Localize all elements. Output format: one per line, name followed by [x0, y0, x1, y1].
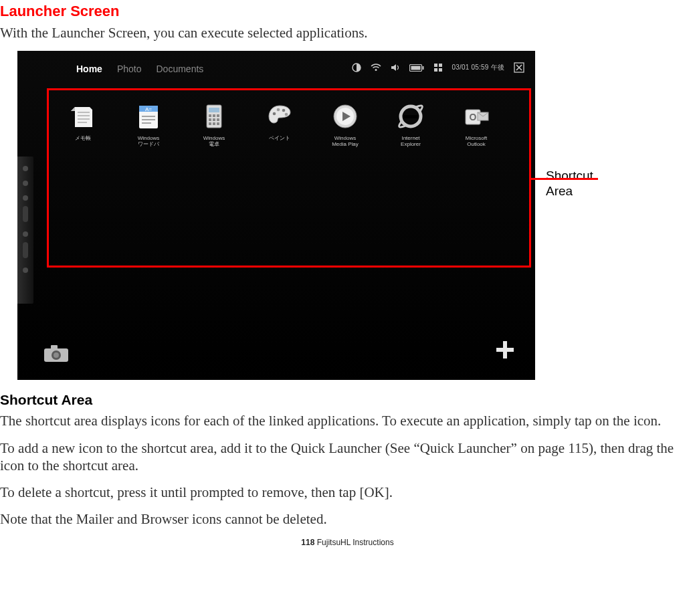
- footer: 118 FujitsuHL Instructions: [0, 538, 695, 547]
- paragraph-2: To add a new icon to the shortcut area, …: [0, 439, 695, 475]
- tab-documents[interactable]: Documents: [157, 64, 204, 74]
- intro-paragraph: With the Launcher Screen, you can execut…: [0, 24, 695, 41]
- internet-explorer-icon: [396, 102, 425, 131]
- footer-title: FujitsuHL Instructions: [314, 538, 393, 547]
- notepad-icon: [68, 102, 98, 131]
- shortcut-icon-row: メモ帳 A= Windows ワードパ Windows 電卓: [59, 102, 500, 147]
- volume-icon[interactable]: [391, 64, 400, 72]
- heading-launcher-screen: Launcher Screen: [0, 3, 695, 20]
- app-icon-internet-explorer[interactable]: Internet Explorer: [387, 102, 435, 147]
- app-label: ペイント: [256, 135, 304, 141]
- svg-rect-4: [422, 66, 423, 70]
- svg-rect-21: [209, 122, 211, 125]
- calculator-icon: [199, 102, 229, 131]
- svg-text:O: O: [470, 112, 477, 122]
- paragraph-1: The shortcut area displays icons for eac…: [0, 412, 695, 429]
- svg-point-1: [375, 69, 377, 71]
- launcher-screenshot: Home Photo Documents: [17, 51, 535, 380]
- svg-rect-16: [213, 114, 215, 117]
- svg-rect-15: [209, 114, 211, 117]
- svg-point-25: [277, 108, 280, 112]
- app-icon-paint[interactable]: ペイント: [256, 102, 304, 147]
- app-icon-notepad[interactable]: メモ帳: [59, 102, 107, 147]
- svg-rect-8: [439, 68, 442, 72]
- svg-rect-36: [51, 345, 58, 349]
- svg-text:A=: A=: [145, 106, 152, 112]
- svg-rect-3: [411, 66, 420, 70]
- svg-point-38: [54, 352, 59, 358]
- svg-rect-40: [496, 348, 514, 352]
- svg-rect-7: [434, 68, 437, 72]
- svg-rect-18: [209, 118, 211, 121]
- app-label: Windows Media Play: [321, 135, 369, 147]
- svg-point-24: [273, 112, 276, 116]
- app-label: メモ帳: [59, 135, 107, 141]
- tab-photo[interactable]: Photo: [117, 64, 142, 74]
- close-icon[interactable]: [514, 62, 524, 73]
- wifi-icon[interactable]: [371, 64, 381, 72]
- app-icon-outlook[interactable]: O Microsoft Outlook: [452, 102, 500, 147]
- svg-point-27: [285, 113, 288, 116]
- wordpad-icon: A=: [134, 102, 163, 131]
- outlook-icon: O: [462, 102, 491, 131]
- app-label: Microsoft Outlook: [452, 135, 500, 147]
- add-icon[interactable]: [495, 339, 515, 365]
- paragraph-3: To delete a shortcut, press it until pro…: [0, 484, 695, 501]
- paragraph-4: Note that the Mailer and Browser icons c…: [0, 510, 695, 528]
- svg-rect-20: [217, 118, 219, 121]
- app-label: Internet Explorer: [387, 135, 435, 147]
- app-label: Windows 電卓: [190, 135, 238, 147]
- side-panel: [17, 157, 33, 304]
- svg-rect-14: [209, 108, 219, 112]
- figure-wrapper: Home Photo Documents: [17, 51, 695, 380]
- svg-rect-5: [434, 64, 437, 67]
- callout-line: [531, 178, 598, 180]
- app-icon-calculator[interactable]: Windows 電卓: [190, 102, 238, 147]
- svg-rect-22: [213, 122, 215, 125]
- apps-grid-icon[interactable]: [433, 63, 443, 72]
- status-time: 03/01 05:59 午後: [452, 63, 504, 72]
- heading-shortcut-area: Shortcut Area: [0, 392, 695, 408]
- svg-rect-6: [439, 64, 442, 67]
- svg-rect-19: [213, 118, 215, 121]
- brightness-icon[interactable]: [352, 63, 361, 72]
- svg-point-26: [282, 109, 286, 112]
- svg-rect-17: [217, 114, 219, 117]
- svg-rect-23: [217, 122, 219, 125]
- page-number: 118: [301, 538, 314, 547]
- app-icon-wordpad[interactable]: A= Windows ワードパ: [124, 102, 173, 147]
- tab-home[interactable]: Home: [76, 64, 102, 74]
- status-bar: 03/01 05:59 午後: [352, 60, 524, 75]
- app-label: Windows ワードパ: [124, 135, 173, 147]
- svg-rect-31: [403, 115, 419, 118]
- camera-icon[interactable]: [43, 343, 70, 367]
- media-player-icon: [330, 102, 360, 131]
- battery-icon[interactable]: [409, 64, 424, 72]
- paint-icon: [265, 102, 294, 131]
- callout-shortcut-area: Shortcut Area: [546, 169, 626, 199]
- app-icon-media-player[interactable]: Windows Media Play: [321, 102, 369, 147]
